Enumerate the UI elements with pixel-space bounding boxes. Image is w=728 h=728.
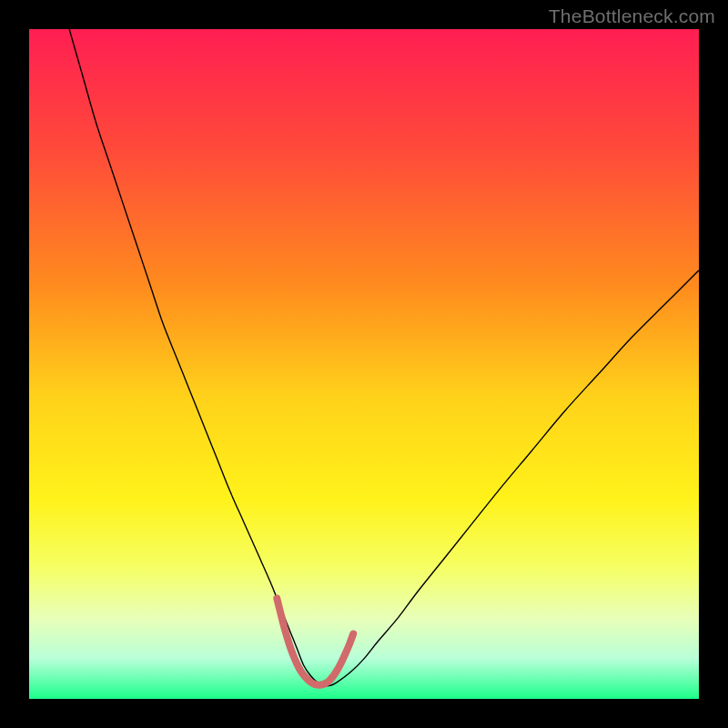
- chart-svg: [29, 29, 699, 699]
- watermark-text: TheBottleneck.com: [549, 5, 715, 27]
- chart-background: [29, 29, 699, 699]
- plot-area: [29, 29, 699, 699]
- chart-frame: TheBottleneck.com: [0, 0, 728, 728]
